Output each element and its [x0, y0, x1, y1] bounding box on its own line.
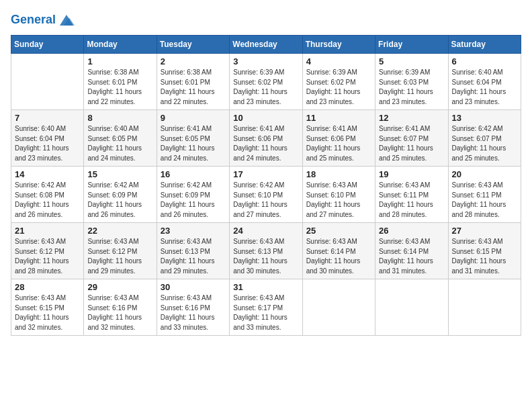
day-number: 17: [233, 169, 298, 179]
logo-icon: [57, 11, 76, 30]
day-number: 30: [161, 282, 226, 292]
calendar-table: SundayMondayTuesdayWednesdayThursdayFrid…: [11, 35, 521, 336]
day-number: 14: [15, 169, 80, 179]
weekday-header-thursday: Thursday: [302, 36, 375, 54]
day-info: Sunrise: 6:42 AM Sunset: 6:09 PM Dayligh…: [87, 181, 152, 220]
week-row-2: 14Sunrise: 6:42 AM Sunset: 6:08 PM Dayli…: [11, 167, 521, 223]
calendar-cell: 26Sunrise: 6:43 AM Sunset: 6:14 PM Dayli…: [375, 223, 448, 279]
weekday-header-wednesday: Wednesday: [230, 36, 302, 54]
day-number: 22: [87, 226, 152, 236]
week-row-3: 21Sunrise: 6:43 AM Sunset: 6:12 PM Dayli…: [11, 223, 521, 279]
calendar-cell: 14Sunrise: 6:42 AM Sunset: 6:08 PM Dayli…: [11, 167, 84, 223]
main-container: General SundayMondayTuesdayWednesdayThur…: [0, 0, 532, 342]
day-number: 24: [233, 226, 298, 236]
day-info: Sunrise: 6:41 AM Sunset: 6:06 PM Dayligh…: [306, 124, 371, 163]
day-number: 4: [306, 56, 371, 66]
day-info: Sunrise: 6:42 AM Sunset: 6:08 PM Dayligh…: [15, 181, 80, 220]
calendar-cell: 22Sunrise: 6:43 AM Sunset: 6:12 PM Dayli…: [84, 223, 157, 279]
day-info: Sunrise: 6:38 AM Sunset: 6:01 PM Dayligh…: [87, 68, 152, 107]
weekday-header-tuesday: Tuesday: [157, 36, 229, 54]
day-info: Sunrise: 6:40 AM Sunset: 6:04 PM Dayligh…: [452, 68, 517, 107]
day-number: 18: [306, 169, 371, 179]
day-number: 20: [452, 169, 517, 179]
day-info: Sunrise: 6:43 AM Sunset: 6:16 PM Dayligh…: [161, 293, 226, 332]
calendar-cell: 24Sunrise: 6:43 AM Sunset: 6:13 PM Dayli…: [230, 223, 302, 279]
calendar-cell: 28Sunrise: 6:43 AM Sunset: 6:15 PM Dayli…: [11, 279, 84, 336]
day-info: Sunrise: 6:39 AM Sunset: 6:02 PM Dayligh…: [306, 68, 371, 107]
logo: General: [11, 11, 76, 27]
calendar-cell: 8Sunrise: 6:40 AM Sunset: 6:05 PM Daylig…: [84, 110, 157, 167]
calendar-cell: 5Sunrise: 6:39 AM Sunset: 6:03 PM Daylig…: [375, 54, 448, 110]
day-number: 31: [233, 282, 298, 292]
week-row-4: 28Sunrise: 6:43 AM Sunset: 6:15 PM Dayli…: [11, 279, 521, 336]
calendar-cell: 16Sunrise: 6:42 AM Sunset: 6:09 PM Dayli…: [157, 167, 229, 223]
calendar-cell: 15Sunrise: 6:42 AM Sunset: 6:09 PM Dayli…: [84, 167, 157, 223]
day-number: 1: [87, 56, 152, 66]
week-row-0: 1Sunrise: 6:38 AM Sunset: 6:01 PM Daylig…: [11, 54, 521, 110]
day-number: 29: [87, 282, 152, 292]
calendar-cell: 18Sunrise: 6:43 AM Sunset: 6:10 PM Dayli…: [302, 167, 375, 223]
calendar-cell: 11Sunrise: 6:41 AM Sunset: 6:06 PM Dayli…: [302, 110, 375, 167]
calendar-cell: 30Sunrise: 6:43 AM Sunset: 6:16 PM Dayli…: [157, 279, 229, 336]
day-info: Sunrise: 6:40 AM Sunset: 6:04 PM Dayligh…: [15, 124, 80, 163]
calendar-cell: 10Sunrise: 6:41 AM Sunset: 6:06 PM Dayli…: [230, 110, 302, 167]
day-number: 21: [15, 226, 80, 236]
calendar-cell: [302, 279, 375, 336]
day-number: 5: [379, 56, 444, 66]
day-info: Sunrise: 6:43 AM Sunset: 6:14 PM Dayligh…: [306, 237, 371, 276]
calendar-cell: 25Sunrise: 6:43 AM Sunset: 6:14 PM Dayli…: [302, 223, 375, 279]
day-info: Sunrise: 6:40 AM Sunset: 6:05 PM Dayligh…: [87, 124, 152, 163]
calendar-cell: 27Sunrise: 6:43 AM Sunset: 6:15 PM Dayli…: [448, 223, 521, 279]
day-info: Sunrise: 6:43 AM Sunset: 6:15 PM Dayligh…: [15, 293, 80, 332]
weekday-header-row: SundayMondayTuesdayWednesdayThursdayFrid…: [11, 36, 521, 54]
calendar-cell: 21Sunrise: 6:43 AM Sunset: 6:12 PM Dayli…: [11, 223, 84, 279]
day-number: 25: [306, 226, 371, 236]
calendar-cell: 3Sunrise: 6:39 AM Sunset: 6:02 PM Daylig…: [230, 54, 302, 110]
day-number: 7: [15, 113, 80, 123]
day-number: 26: [379, 226, 444, 236]
day-number: 2: [161, 56, 226, 66]
day-info: Sunrise: 6:42 AM Sunset: 6:09 PM Dayligh…: [161, 181, 226, 220]
weekday-header-saturday: Saturday: [448, 36, 521, 54]
day-info: Sunrise: 6:43 AM Sunset: 6:16 PM Dayligh…: [87, 293, 152, 332]
day-number: 13: [452, 113, 517, 123]
day-info: Sunrise: 6:41 AM Sunset: 6:05 PM Dayligh…: [161, 124, 226, 163]
day-info: Sunrise: 6:43 AM Sunset: 6:10 PM Dayligh…: [306, 181, 371, 220]
calendar-cell: 7Sunrise: 6:40 AM Sunset: 6:04 PM Daylig…: [11, 110, 84, 167]
day-number: 23: [161, 226, 226, 236]
day-number: 19: [379, 169, 444, 179]
logo-text: General: [11, 13, 56, 27]
day-number: 27: [452, 226, 517, 236]
day-info: Sunrise: 6:43 AM Sunset: 6:14 PM Dayligh…: [379, 237, 444, 276]
calendar-cell: 19Sunrise: 6:43 AM Sunset: 6:11 PM Dayli…: [375, 167, 448, 223]
day-info: Sunrise: 6:42 AM Sunset: 6:10 PM Dayligh…: [233, 181, 298, 220]
calendar-cell: 31Sunrise: 6:43 AM Sunset: 6:17 PM Dayli…: [230, 279, 302, 336]
day-info: Sunrise: 6:43 AM Sunset: 6:17 PM Dayligh…: [233, 293, 298, 332]
calendar-cell: 23Sunrise: 6:43 AM Sunset: 6:13 PM Dayli…: [157, 223, 229, 279]
calendar-cell: [375, 279, 448, 336]
calendar-cell: 17Sunrise: 6:42 AM Sunset: 6:10 PM Dayli…: [230, 167, 302, 223]
calendar-cell: 4Sunrise: 6:39 AM Sunset: 6:02 PM Daylig…: [302, 54, 375, 110]
day-info: Sunrise: 6:43 AM Sunset: 6:11 PM Dayligh…: [452, 181, 517, 220]
day-number: 15: [87, 169, 152, 179]
day-info: Sunrise: 6:43 AM Sunset: 6:11 PM Dayligh…: [379, 181, 444, 220]
day-number: 28: [15, 282, 80, 292]
calendar-cell: 29Sunrise: 6:43 AM Sunset: 6:16 PM Dayli…: [84, 279, 157, 336]
day-info: Sunrise: 6:42 AM Sunset: 6:07 PM Dayligh…: [452, 124, 517, 163]
day-info: Sunrise: 6:43 AM Sunset: 6:15 PM Dayligh…: [452, 237, 517, 276]
day-info: Sunrise: 6:41 AM Sunset: 6:07 PM Dayligh…: [379, 124, 444, 163]
calendar-body: 1Sunrise: 6:38 AM Sunset: 6:01 PM Daylig…: [11, 54, 521, 336]
day-number: 11: [306, 113, 371, 123]
day-info: Sunrise: 6:39 AM Sunset: 6:02 PM Dayligh…: [233, 68, 298, 107]
calendar-cell: 12Sunrise: 6:41 AM Sunset: 6:07 PM Dayli…: [375, 110, 448, 167]
day-number: 10: [233, 113, 298, 123]
calendar-cell: 2Sunrise: 6:38 AM Sunset: 6:01 PM Daylig…: [157, 54, 229, 110]
calendar-cell: 13Sunrise: 6:42 AM Sunset: 6:07 PM Dayli…: [448, 110, 521, 167]
calendar-cell: 1Sunrise: 6:38 AM Sunset: 6:01 PM Daylig…: [84, 54, 157, 110]
day-info: Sunrise: 6:43 AM Sunset: 6:12 PM Dayligh…: [15, 237, 80, 276]
weekday-header-sunday: Sunday: [11, 36, 84, 54]
header: General: [11, 11, 521, 27]
day-number: 8: [87, 113, 152, 123]
week-row-1: 7Sunrise: 6:40 AM Sunset: 6:04 PM Daylig…: [11, 110, 521, 167]
day-info: Sunrise: 6:41 AM Sunset: 6:06 PM Dayligh…: [233, 124, 298, 163]
